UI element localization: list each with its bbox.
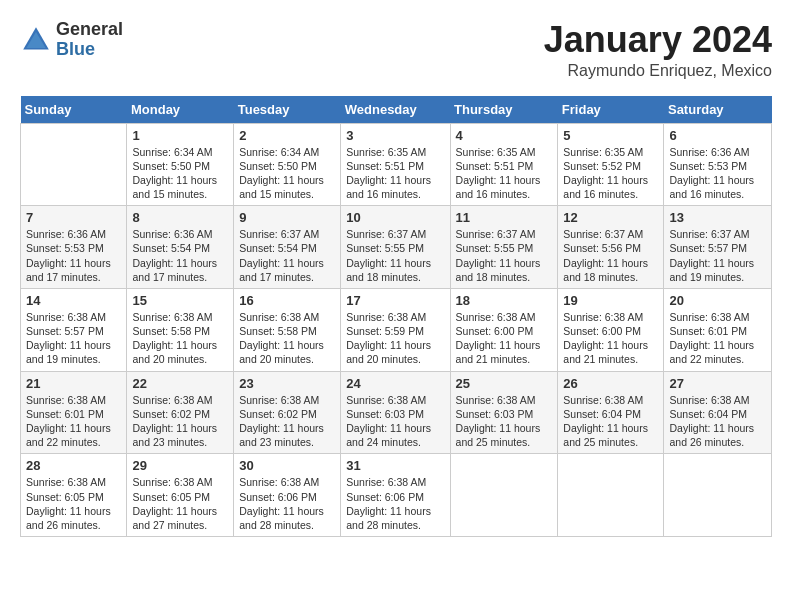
day-cell: 5Sunrise: 6:35 AM Sunset: 5:52 PM Daylig… xyxy=(558,123,664,206)
day-cell: 17Sunrise: 6:38 AM Sunset: 5:59 PM Dayli… xyxy=(341,288,450,371)
day-info: Sunrise: 6:38 AM Sunset: 6:06 PM Dayligh… xyxy=(239,475,335,532)
day-cell: 7Sunrise: 6:36 AM Sunset: 5:53 PM Daylig… xyxy=(21,206,127,289)
day-info: Sunrise: 6:37 AM Sunset: 5:56 PM Dayligh… xyxy=(563,227,658,284)
day-info: Sunrise: 6:35 AM Sunset: 5:52 PM Dayligh… xyxy=(563,145,658,202)
day-number: 6 xyxy=(669,128,766,143)
day-info: Sunrise: 6:34 AM Sunset: 5:50 PM Dayligh… xyxy=(239,145,335,202)
day-number: 10 xyxy=(346,210,444,225)
day-cell: 26Sunrise: 6:38 AM Sunset: 6:04 PM Dayli… xyxy=(558,371,664,454)
day-number: 14 xyxy=(26,293,121,308)
day-info: Sunrise: 6:38 AM Sunset: 6:01 PM Dayligh… xyxy=(26,393,121,450)
day-info: Sunrise: 6:35 AM Sunset: 5:51 PM Dayligh… xyxy=(456,145,553,202)
col-header-monday: Monday xyxy=(127,96,234,124)
day-cell: 3Sunrise: 6:35 AM Sunset: 5:51 PM Daylig… xyxy=(341,123,450,206)
day-number: 2 xyxy=(239,128,335,143)
day-number: 17 xyxy=(346,293,444,308)
calendar-header-row: SundayMondayTuesdayWednesdayThursdayFrid… xyxy=(21,96,772,124)
day-number: 5 xyxy=(563,128,658,143)
day-info: Sunrise: 6:38 AM Sunset: 6:04 PM Dayligh… xyxy=(669,393,766,450)
day-info: Sunrise: 6:38 AM Sunset: 5:58 PM Dayligh… xyxy=(132,310,228,367)
day-info: Sunrise: 6:37 AM Sunset: 5:55 PM Dayligh… xyxy=(456,227,553,284)
day-cell: 23Sunrise: 6:38 AM Sunset: 6:02 PM Dayli… xyxy=(234,371,341,454)
logo: General Blue xyxy=(20,20,123,60)
title-block: January 2024 Raymundo Enriquez, Mexico xyxy=(544,20,772,80)
location: Raymundo Enriquez, Mexico xyxy=(544,62,772,80)
day-info: Sunrise: 6:37 AM Sunset: 5:57 PM Dayligh… xyxy=(669,227,766,284)
day-cell: 28Sunrise: 6:38 AM Sunset: 6:05 PM Dayli… xyxy=(21,454,127,537)
day-info: Sunrise: 6:38 AM Sunset: 6:00 PM Dayligh… xyxy=(456,310,553,367)
month-title: January 2024 xyxy=(544,20,772,60)
logo-icon xyxy=(20,24,52,56)
day-number: 23 xyxy=(239,376,335,391)
day-cell: 31Sunrise: 6:38 AM Sunset: 6:06 PM Dayli… xyxy=(341,454,450,537)
day-cell: 19Sunrise: 6:38 AM Sunset: 6:00 PM Dayli… xyxy=(558,288,664,371)
day-info: Sunrise: 6:38 AM Sunset: 5:58 PM Dayligh… xyxy=(239,310,335,367)
day-number: 1 xyxy=(132,128,228,143)
day-cell: 4Sunrise: 6:35 AM Sunset: 5:51 PM Daylig… xyxy=(450,123,558,206)
day-number: 18 xyxy=(456,293,553,308)
day-info: Sunrise: 6:38 AM Sunset: 6:01 PM Dayligh… xyxy=(669,310,766,367)
col-header-thursday: Thursday xyxy=(450,96,558,124)
logo-blue: Blue xyxy=(56,40,123,60)
day-number: 30 xyxy=(239,458,335,473)
day-cell: 22Sunrise: 6:38 AM Sunset: 6:02 PM Dayli… xyxy=(127,371,234,454)
day-cell: 21Sunrise: 6:38 AM Sunset: 6:01 PM Dayli… xyxy=(21,371,127,454)
day-info: Sunrise: 6:38 AM Sunset: 5:57 PM Dayligh… xyxy=(26,310,121,367)
day-cell: 12Sunrise: 6:37 AM Sunset: 5:56 PM Dayli… xyxy=(558,206,664,289)
day-number: 4 xyxy=(456,128,553,143)
day-cell: 2Sunrise: 6:34 AM Sunset: 5:50 PM Daylig… xyxy=(234,123,341,206)
col-header-wednesday: Wednesday xyxy=(341,96,450,124)
day-cell: 29Sunrise: 6:38 AM Sunset: 6:05 PM Dayli… xyxy=(127,454,234,537)
day-number: 28 xyxy=(26,458,121,473)
day-number: 11 xyxy=(456,210,553,225)
col-header-saturday: Saturday xyxy=(664,96,772,124)
day-cell: 18Sunrise: 6:38 AM Sunset: 6:00 PM Dayli… xyxy=(450,288,558,371)
week-row-3: 14Sunrise: 6:38 AM Sunset: 5:57 PM Dayli… xyxy=(21,288,772,371)
day-number: 8 xyxy=(132,210,228,225)
day-cell: 30Sunrise: 6:38 AM Sunset: 6:06 PM Dayli… xyxy=(234,454,341,537)
day-info: Sunrise: 6:36 AM Sunset: 5:54 PM Dayligh… xyxy=(132,227,228,284)
day-cell: 24Sunrise: 6:38 AM Sunset: 6:03 PM Dayli… xyxy=(341,371,450,454)
week-row-2: 7Sunrise: 6:36 AM Sunset: 5:53 PM Daylig… xyxy=(21,206,772,289)
day-info: Sunrise: 6:38 AM Sunset: 6:03 PM Dayligh… xyxy=(346,393,444,450)
day-info: Sunrise: 6:38 AM Sunset: 6:06 PM Dayligh… xyxy=(346,475,444,532)
day-number: 3 xyxy=(346,128,444,143)
day-cell: 20Sunrise: 6:38 AM Sunset: 6:01 PM Dayli… xyxy=(664,288,772,371)
day-number: 19 xyxy=(563,293,658,308)
day-info: Sunrise: 6:38 AM Sunset: 5:59 PM Dayligh… xyxy=(346,310,444,367)
col-header-tuesday: Tuesday xyxy=(234,96,341,124)
logo-general: General xyxy=(56,20,123,40)
day-cell: 6Sunrise: 6:36 AM Sunset: 5:53 PM Daylig… xyxy=(664,123,772,206)
day-cell: 25Sunrise: 6:38 AM Sunset: 6:03 PM Dayli… xyxy=(450,371,558,454)
day-info: Sunrise: 6:34 AM Sunset: 5:50 PM Dayligh… xyxy=(132,145,228,202)
day-number: 15 xyxy=(132,293,228,308)
day-cell xyxy=(558,454,664,537)
day-cell: 11Sunrise: 6:37 AM Sunset: 5:55 PM Dayli… xyxy=(450,206,558,289)
day-info: Sunrise: 6:38 AM Sunset: 6:05 PM Dayligh… xyxy=(26,475,121,532)
day-info: Sunrise: 6:38 AM Sunset: 6:05 PM Dayligh… xyxy=(132,475,228,532)
week-row-1: 1Sunrise: 6:34 AM Sunset: 5:50 PM Daylig… xyxy=(21,123,772,206)
day-cell xyxy=(664,454,772,537)
logo-text: General Blue xyxy=(56,20,123,60)
day-number: 29 xyxy=(132,458,228,473)
day-cell: 8Sunrise: 6:36 AM Sunset: 5:54 PM Daylig… xyxy=(127,206,234,289)
day-info: Sunrise: 6:36 AM Sunset: 5:53 PM Dayligh… xyxy=(26,227,121,284)
day-number: 21 xyxy=(26,376,121,391)
calendar-table: SundayMondayTuesdayWednesdayThursdayFrid… xyxy=(20,96,772,537)
day-number: 25 xyxy=(456,376,553,391)
col-header-sunday: Sunday xyxy=(21,96,127,124)
day-cell: 13Sunrise: 6:37 AM Sunset: 5:57 PM Dayli… xyxy=(664,206,772,289)
day-info: Sunrise: 6:38 AM Sunset: 6:00 PM Dayligh… xyxy=(563,310,658,367)
day-info: Sunrise: 6:38 AM Sunset: 6:03 PM Dayligh… xyxy=(456,393,553,450)
day-info: Sunrise: 6:35 AM Sunset: 5:51 PM Dayligh… xyxy=(346,145,444,202)
day-info: Sunrise: 6:38 AM Sunset: 6:02 PM Dayligh… xyxy=(239,393,335,450)
day-cell: 14Sunrise: 6:38 AM Sunset: 5:57 PM Dayli… xyxy=(21,288,127,371)
day-info: Sunrise: 6:37 AM Sunset: 5:55 PM Dayligh… xyxy=(346,227,444,284)
day-number: 31 xyxy=(346,458,444,473)
day-info: Sunrise: 6:36 AM Sunset: 5:53 PM Dayligh… xyxy=(669,145,766,202)
day-number: 13 xyxy=(669,210,766,225)
week-row-4: 21Sunrise: 6:38 AM Sunset: 6:01 PM Dayli… xyxy=(21,371,772,454)
page-header: General Blue January 2024 Raymundo Enriq… xyxy=(20,20,772,80)
day-cell: 27Sunrise: 6:38 AM Sunset: 6:04 PM Dayli… xyxy=(664,371,772,454)
col-header-friday: Friday xyxy=(558,96,664,124)
